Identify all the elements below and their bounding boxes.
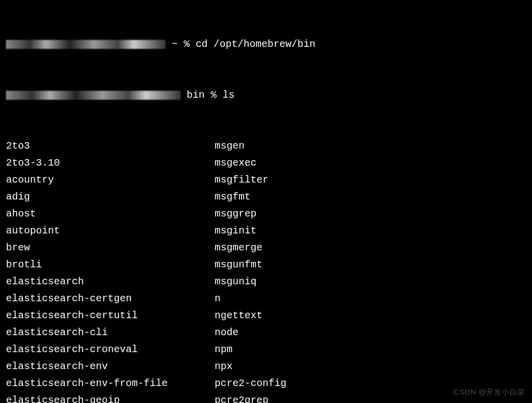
list-item: msgmerge: [215, 239, 526, 256]
command-text: cd /opt/homebrew/bin: [196, 36, 315, 53]
list-row: elasticsearch-envnpx: [6, 358, 526, 375]
list-item: msgunfmt: [215, 256, 526, 273]
list-item: elasticsearch-geoip: [6, 392, 215, 403]
list-item: msguniq: [215, 273, 526, 290]
list-item: msgfmt: [215, 189, 526, 205]
redacted-user-host: [6, 36, 166, 53]
prompt-line-1: ~ % cd /opt/homebrew/bin: [6, 36, 526, 53]
list-row: elasticsearch-cronevalnpm: [6, 341, 526, 358]
list-item: msginit: [215, 222, 526, 239]
prompt-path: bin: [181, 87, 211, 104]
list-row: 2to3msgen: [6, 138, 526, 155]
list-item: autopoint: [6, 222, 215, 239]
list-item: msgfilter: [215, 172, 526, 189]
list-item: msgexec: [215, 155, 526, 172]
list-row: elasticsearch-clinode: [6, 324, 526, 341]
list-row: brewmsgmerge: [6, 239, 526, 256]
list-item: npx: [215, 358, 526, 375]
list-row: elasticsearch-env-from-filepcre2-config: [6, 375, 526, 392]
list-item: elasticsearch-certutil: [6, 307, 215, 324]
watermark: CSDN @开发小白菜: [454, 386, 525, 399]
list-row: elasticsearch-geoippcre2grep: [6, 392, 526, 403]
list-item: node: [215, 324, 526, 341]
list-item: elasticsearch: [6, 273, 215, 290]
list-item: msgen: [215, 138, 526, 155]
list-item: 2to3: [6, 138, 215, 155]
redacted-user-host: [6, 87, 181, 104]
list-item: elasticsearch-env-from-file: [6, 375, 215, 392]
list-item: 2to3-3.10: [6, 155, 215, 172]
prompt-path: ~: [166, 36, 184, 53]
list-item: elasticsearch-env: [6, 358, 215, 375]
list-row: elasticsearch-certgenn: [6, 290, 526, 307]
list-row: elasticsearch-certutilngettext: [6, 307, 526, 324]
list-row: adigmsgfmt: [6, 189, 526, 205]
list-row: autopointmsginit: [6, 222, 526, 239]
list-row: ahostmsggrep: [6, 205, 526, 222]
prompt-line-2: bin % ls: [6, 87, 526, 104]
list-item: acountry: [6, 172, 215, 189]
list-item: ngettext: [215, 307, 526, 324]
ls-output: 2to3msgen2to3-3.10msgexecacountrymsgfilt…: [6, 138, 526, 403]
prompt-symbol: %: [211, 87, 217, 104]
list-item: elasticsearch-cli: [6, 324, 215, 341]
list-item: elasticsearch-croneval: [6, 341, 215, 358]
prompt-symbol: %: [184, 36, 190, 53]
list-item: brotli: [6, 256, 215, 273]
list-item: adig: [6, 189, 215, 205]
list-item: elasticsearch-certgen: [6, 290, 215, 307]
list-item: brew: [6, 239, 215, 256]
list-item: npm: [215, 341, 526, 358]
list-row: acountrymsgfilter: [6, 172, 526, 189]
terminal-output[interactable]: ~ % cd /opt/homebrew/bin bin % ls 2to3ms…: [6, 2, 526, 403]
list-item: ahost: [6, 205, 215, 222]
command-text: ls: [223, 87, 235, 104]
list-row: brotlimsgunfmt: [6, 256, 526, 273]
list-row: elasticsearchmsguniq: [6, 273, 526, 290]
list-item: n: [215, 290, 526, 307]
list-item: msggrep: [215, 205, 526, 222]
list-row: 2to3-3.10msgexec: [6, 155, 526, 172]
